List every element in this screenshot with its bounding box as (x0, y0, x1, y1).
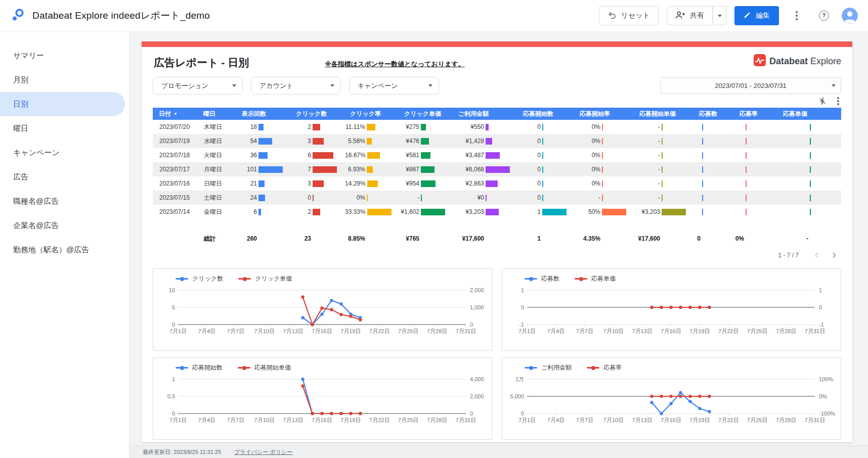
reset-label: リセット (621, 11, 650, 20)
metric-cell (733, 205, 777, 219)
total-value: ¥17,600 (634, 235, 660, 242)
column-header-11[interactable]: 応募数 (693, 108, 733, 120)
total-value: ¥765 (399, 235, 419, 242)
svg-text:0: 0 (521, 304, 524, 310)
column-header-10[interactable]: 応募開始単価 (633, 108, 693, 120)
date-cell: 2023/07/20 (153, 120, 197, 134)
metric-value: ¥1,602 (399, 208, 419, 215)
legend-label: 応募数 (541, 274, 559, 283)
metric-bar (258, 152, 286, 159)
chart-1: クリック数クリック単価10502,0001,00007月1日7月4日7月7日7月… (153, 268, 492, 351)
share-options-button[interactable] (713, 6, 726, 25)
column-header-7[interactable]: ご利用金額 (452, 108, 517, 120)
metric-bar (542, 152, 570, 159)
column-header-12[interactable]: 応募率 (733, 108, 777, 120)
metric-bar (367, 195, 394, 201)
date-range-picker[interactable]: 2023/07/01 - 2023/07/31 (660, 77, 841, 94)
report-head: 広告レポート - 日別 ※各指標はスポンサー数値となっております。 Databe… (153, 54, 841, 70)
total-value: 4.35% (575, 235, 600, 242)
metric-bar (258, 180, 286, 187)
metric-cell: 33.33% (344, 205, 398, 219)
svg-text:7月7日: 7月7日 (576, 328, 593, 334)
sidebar-item-4[interactable]: 曜日 (0, 116, 129, 141)
undo-icon (607, 11, 617, 21)
metric-cell (733, 162, 777, 176)
metric-value: 0 (518, 152, 541, 159)
cross-filter-icon[interactable] (818, 97, 827, 106)
total-cell: 0% (733, 231, 777, 246)
column-header-5[interactable]: クリック率 (344, 108, 398, 120)
column-header-9[interactable]: 応募開始率 (574, 108, 633, 120)
reset-button[interactable]: リセット (599, 6, 659, 25)
sidebar-item-3[interactable]: 日別 (0, 92, 125, 116)
sidebar-item-6[interactable]: 広告 (0, 165, 129, 189)
total-cell: ¥17,600 (452, 231, 517, 246)
metric-value: 33.33% (345, 208, 366, 215)
metric-value: 0 (518, 138, 541, 145)
sidebar-item-2[interactable]: 月別 (0, 68, 129, 92)
column-header-8[interactable]: 応募開始数 (517, 108, 574, 120)
sidebar-item-8[interactable]: 企業名@広告 (0, 213, 129, 238)
metric-cell: - (633, 120, 693, 134)
svg-text:7月4日: 7月4日 (547, 328, 565, 334)
date-cell: 2023/07/18 (153, 148, 197, 162)
metric-value: 36 (237, 152, 257, 159)
share-button[interactable]: 共有 (667, 6, 713, 25)
prev-page-button[interactable] (811, 249, 823, 261)
column-header-3[interactable]: 表示回数 (236, 108, 290, 120)
next-page-button[interactable] (828, 249, 840, 261)
metric-value: ¥6,068 (453, 166, 484, 173)
column-header-4[interactable]: クリック数 (290, 108, 344, 120)
chart-2: 応募数応募単価10-110-17月1日7月4日7月7日7月10日7月13日7月1… (502, 268, 841, 351)
metric-bar (810, 209, 837, 215)
svg-text:0%: 0% (819, 393, 827, 399)
column-header-6[interactable]: クリック単価 (398, 108, 452, 120)
metric-cell (693, 176, 733, 191)
svg-text:7月22日: 7月22日 (369, 417, 389, 423)
svg-text:7月28日: 7月28日 (427, 417, 447, 423)
metric-value: ¥0 (453, 194, 484, 201)
filter-chip-1[interactable]: プロモーション (153, 77, 243, 95)
privacy-policy-link[interactable]: プライバシー ポリシー (234, 448, 292, 456)
metric-value: - (399, 194, 419, 201)
help-button[interactable] (814, 6, 834, 25)
table-more-icon[interactable] (837, 100, 839, 102)
filter-chip-2[interactable]: アカウント (251, 77, 341, 95)
metric-bar (486, 124, 513, 130)
metric-cell (777, 191, 841, 205)
chevron-down-icon (428, 84, 432, 87)
edit-button[interactable]: 編集 (734, 6, 779, 25)
date-range-value: 2023/07/01 - 2023/07/31 (715, 82, 787, 89)
pencil-icon (744, 11, 751, 20)
sidebar-item-9[interactable]: 勤務地（駅名）@広告 (0, 238, 129, 262)
metric-cell: ¥3,203 (452, 205, 517, 219)
filter-chip-3[interactable]: キャンペーン (349, 77, 439, 95)
metric-value: - (634, 152, 660, 159)
svg-text:7月28日: 7月28日 (776, 417, 796, 423)
metric-bar (810, 138, 837, 145)
svg-text:0: 0 (172, 322, 175, 328)
metric-cell: ¥1,428 (452, 134, 517, 148)
user-avatar[interactable] (842, 8, 858, 24)
column-header-13[interactable]: 応募単価 (777, 108, 841, 120)
column-header-1[interactable]: 日付▼ (153, 108, 197, 120)
sidebar-item-1[interactable]: サマリー (0, 43, 129, 68)
legend-item: 応募開始数 (176, 363, 223, 372)
metric-cell: 6 (236, 205, 290, 219)
metric-cell: - (633, 162, 693, 176)
metric-bar (746, 209, 773, 215)
metric-cell (777, 162, 841, 176)
more-options-button[interactable] (787, 6, 806, 25)
metric-cell (733, 191, 777, 205)
svg-text:7月19日: 7月19日 (689, 417, 710, 423)
svg-text:7月28日: 7月28日 (776, 328, 796, 334)
metric-value: ¥954 (399, 180, 419, 187)
metric-value: 3 (291, 138, 311, 145)
metric-cell: 0 (517, 191, 574, 205)
legend-label: 応募開始数 (192, 363, 223, 372)
metric-value: 0% (345, 194, 365, 201)
sidebar-item-5[interactable]: キャンペーン (0, 141, 129, 165)
svg-text:7月4日: 7月4日 (198, 328, 215, 334)
sidebar-item-7[interactable]: 職種名@広告 (0, 189, 129, 213)
column-header-2[interactable]: 曜日 (197, 108, 236, 120)
